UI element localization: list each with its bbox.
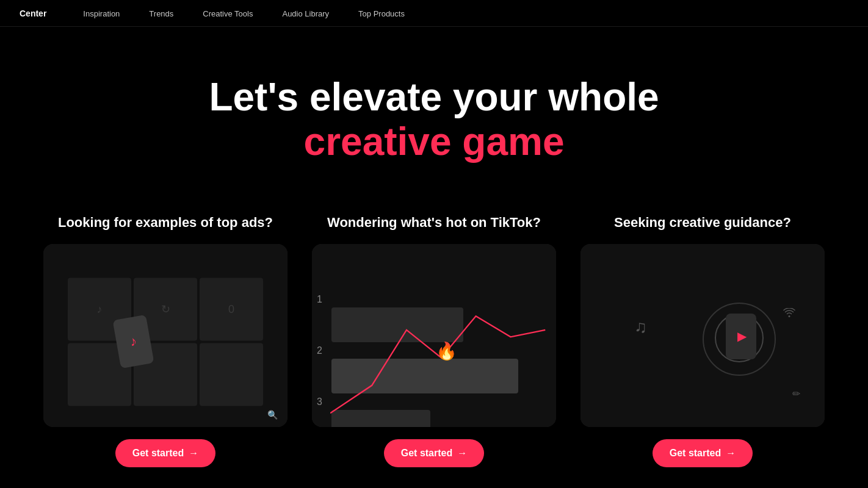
grid-cell-6: [200, 343, 263, 406]
nav-item-inspiration[interactable]: Inspiration: [83, 8, 120, 19]
pencil-icon: ✏: [792, 388, 800, 400]
grid-cell-3: 0: [200, 278, 263, 340]
trend-row-2: 2: [317, 326, 551, 376]
tiktok-icon: ♪: [129, 333, 138, 350]
card3-phone: ▶: [726, 314, 756, 359]
cta-trend-arrow: →: [457, 448, 467, 459]
card-top-ads-heading: Looking for examples of top ads?: [58, 214, 273, 232]
card3-inner: ♫ ▶ ✏: [580, 244, 825, 427]
cta-top-ads-arrow: →: [189, 448, 198, 459]
nav-brand: Center: [20, 9, 46, 18]
trend-row-3: 3: [317, 377, 551, 427]
wifi-icon: [783, 308, 795, 320]
card-creative-visual: Creative Strategies ♫ ▶: [580, 244, 825, 427]
hero-line1: Let's elevate your whole: [12, 76, 856, 118]
card-trend: Wondering what's hot on TikTok? Trend In…: [312, 214, 556, 467]
cards-section: Looking for examples of top ads? Top Ads…: [0, 202, 868, 488]
trend-chart: 1 2 3: [312, 274, 556, 427]
trend-num-1: 1: [317, 294, 331, 305]
trend-bar-3: [331, 410, 430, 427]
music-note-icon: ♫: [634, 317, 647, 337]
navbar: Center Inspiration Trends Creative Tools…: [0, 0, 868, 27]
card1-grid: ♪ ↻ 0: [68, 278, 263, 406]
card1-inner: ♪ ↻ 0 ♪ 🔍: [43, 244, 288, 427]
card-trend-heading: Wondering what's hot on TikTok?: [327, 214, 541, 232]
card2-inner: 1 2 3: [312, 244, 556, 427]
trend-bar-container-1: [331, 274, 551, 325]
card-creative: Seeking creative guidance? Creative Stra…: [580, 214, 825, 467]
nav-item-top-products[interactable]: Top Products: [358, 8, 405, 19]
trend-num-2: 2: [317, 345, 331, 356]
card-creative-heading: Seeking creative guidance?: [614, 214, 791, 232]
hero-section: Let's elevate your whole creative game: [0, 27, 868, 202]
card-top-ads: Looking for examples of top ads? Top Ads…: [43, 214, 288, 467]
card-trend-visual: Trend Intelligence 1 2: [312, 244, 556, 427]
cta-top-ads-button[interactable]: Get started →: [115, 439, 215, 467]
cta-trend-button[interactable]: Get started →: [384, 439, 484, 467]
trend-row-1: 1: [317, 274, 551, 325]
cta-creative-arrow: →: [726, 448, 736, 459]
nav-links: Inspiration Trends Creative Tools Audio …: [83, 8, 405, 19]
nav-item-trends[interactable]: Trends: [149, 8, 173, 19]
card-top-ads-visual: Top Ads Dashboard ♪ ↻ 0: [43, 244, 288, 427]
trend-num-3: 3: [317, 396, 331, 407]
hero-line2: creative game: [12, 118, 856, 165]
cta-creative-button[interactable]: Get started →: [653, 439, 753, 467]
trend-bar-container-3: [331, 377, 551, 427]
nav-item-audio-library[interactable]: Audio Library: [282, 8, 329, 19]
flame-icon: 🔥: [436, 340, 457, 361]
nav-item-creative-tools[interactable]: Creative Tools: [203, 8, 253, 19]
trend-rows: 1 2 3: [312, 274, 556, 427]
search-icon: 🔍: [267, 410, 278, 420]
play-icon: ▶: [737, 329, 747, 343]
